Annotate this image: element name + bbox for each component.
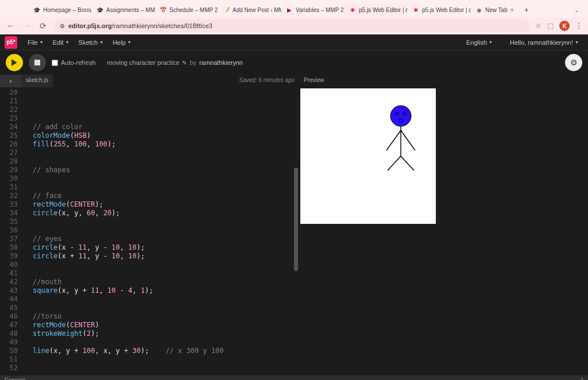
stick-figure-drawing: [300, 88, 436, 224]
code-content[interactable]: // add color colorMode(HSB) fill(255, 10…: [21, 87, 299, 375]
favicon-icon: ✱: [412, 6, 419, 13]
browser-tab[interactable]: ◉New Tab×: [471, 4, 521, 15]
url-path: /ramnathkierynn/sketches/01BftIce3: [112, 22, 212, 29]
url-host: editor.p5js.org: [68, 22, 112, 29]
editor-menubar: p5* File▼ Edit▼ Sketch▼ Help▼ English▼ H…: [0, 34, 588, 51]
p5-logo[interactable]: p5*: [5, 36, 17, 49]
author-by: by: [189, 59, 196, 66]
favicon-icon: 🎓: [96, 6, 103, 13]
caret-down-icon: ▼: [489, 40, 493, 44]
caret-down-icon: ▼: [40, 40, 44, 44]
browser-navbar: ← → ⟳ ⚙ editor.p5js.org/ramnathkierynn/s…: [0, 17, 588, 34]
play-button[interactable]: [6, 54, 23, 71]
console-label: Console: [5, 377, 26, 380]
user-greeting[interactable]: Hello, ramnathkierynn!▼: [505, 39, 583, 46]
favicon-icon: ◉: [475, 6, 482, 13]
menu-icon[interactable]: ⋮: [575, 22, 582, 30]
browser-tab[interactable]: 📝Add New Post ‹ MMP×: [218, 4, 281, 15]
browser-tab[interactable]: ✱p5.js Web Editor | ch×: [408, 4, 471, 15]
star-icon[interactable]: ☆: [535, 22, 541, 30]
console-bar[interactable]: Console ˄: [0, 375, 588, 380]
gear-icon: ⚙: [570, 58, 578, 67]
tab-label: p5.js Web Editor | m: [359, 7, 408, 13]
file-tab[interactable]: sketch.js: [21, 75, 53, 87]
reload-button[interactable]: ⟳: [38, 21, 48, 31]
favicon-icon: ▶: [286, 6, 293, 13]
svg-point-5: [390, 106, 411, 126]
code-editor[interactable]: 20 21 22 23 24 25 26 27 28 29 30 31 32 3…: [0, 87, 299, 375]
caret-down-icon: ▼: [575, 40, 579, 44]
edit-icon[interactable]: ✎: [182, 60, 187, 66]
tab-label: Variables – MMP 210: [296, 7, 345, 13]
chevron-up-icon[interactable]: ˄: [581, 377, 583, 380]
caret-down-icon: ▼: [65, 40, 69, 44]
favicon-icon: 📅: [160, 6, 167, 13]
browser-chrome: 🎓Homepage – Boroug× 🎓Assignments – MMP× …: [0, 0, 588, 34]
new-tab-button[interactable]: +: [521, 4, 532, 15]
tab-label: p5.js Web Editor | ch: [422, 7, 471, 13]
author-name: ramnathkierynn: [199, 59, 243, 66]
address-bar[interactable]: ⚙ editor.p5js.org/ramnathkierynn/sketche…: [54, 20, 529, 32]
caret-down-icon: ▼: [127, 40, 131, 44]
browser-tab[interactable]: 📅Schedule – MMP 210×: [155, 4, 218, 15]
browser-tab[interactable]: 🎓Assignments – MMP×: [92, 4, 155, 15]
browser-tab[interactable]: 🎓Homepage – Boroug×: [29, 4, 92, 15]
close-icon[interactable]: ×: [510, 7, 516, 13]
caret-down-icon: ▼: [99, 40, 103, 44]
menu-edit[interactable]: Edit▼: [48, 39, 74, 46]
tab-label: Assignments – MMP: [106, 7, 155, 13]
menu-file[interactable]: File▼: [23, 39, 48, 46]
browser-actions: ☆ ⬚ K ⋮: [535, 21, 582, 31]
profile-avatar[interactable]: K: [559, 21, 570, 31]
line-gutter: 20 21 22 23 24 25 26 27 28 29 30 31 32 3…: [0, 87, 21, 375]
tab-label: New Tab: [485, 7, 508, 13]
saved-status: Saved: 6 minutes ago: [234, 75, 299, 87]
autorefresh-toggle[interactable]: Auto-refresh: [52, 59, 96, 66]
site-info-icon[interactable]: ⚙: [60, 23, 65, 29]
menu-help[interactable]: Help▼: [108, 39, 136, 46]
checkbox-icon[interactable]: [52, 60, 58, 66]
tab-label: Add New Post ‹ MMP: [233, 7, 281, 13]
svg-line-1: [386, 130, 401, 150]
panel-header-row: › sketch.js Saved: 6 minutes ago Preview: [0, 75, 588, 87]
autorefresh-label: Auto-refresh: [61, 59, 96, 66]
svg-line-3: [388, 156, 401, 170]
sketch-title[interactable]: moving character practice ✎ by ramnathki…: [107, 59, 243, 66]
tabs-overflow-icon[interactable]: ⌄: [570, 6, 583, 14]
tab-label: Schedule – MMP 210: [169, 7, 218, 13]
language-selector[interactable]: English▼: [462, 39, 497, 46]
preview-header: Preview: [299, 75, 588, 87]
tab-label: Homepage – Boroug: [43, 7, 92, 13]
browser-tabs: 🎓Homepage – Boroug× 🎓Assignments – MMP× …: [0, 0, 588, 17]
settings-button[interactable]: ⚙: [565, 54, 582, 71]
editor-toolbar: Auto-refresh moving character practice ✎…: [0, 51, 588, 75]
chevron-right-icon: ›: [10, 77, 12, 84]
sidebar-toggle[interactable]: ›: [0, 75, 21, 87]
svg-line-4: [401, 156, 414, 170]
favicon-icon: 🎓: [33, 6, 40, 13]
favicon-icon: 📝: [223, 6, 230, 13]
extensions-icon[interactable]: ⬚: [547, 22, 554, 30]
play-icon: [11, 59, 18, 66]
stop-button[interactable]: [29, 54, 46, 71]
favicon-icon: ✱: [349, 6, 356, 13]
main-split: 20 21 22 23 24 25 26 27 28 29 30 31 32 3…: [0, 87, 588, 375]
stop-icon: [34, 60, 40, 65]
browser-tab-active[interactable]: ✱p5.js Web Editor | m×: [345, 4, 408, 15]
forward-button[interactable]: →: [22, 21, 32, 31]
back-button[interactable]: ←: [6, 21, 16, 31]
scrollbar-thumb[interactable]: [294, 168, 298, 271]
preview-pane: [299, 87, 588, 375]
sketch-canvas[interactable]: [300, 88, 436, 224]
browser-tab[interactable]: ▶Variables – MMP 210×: [281, 4, 345, 15]
menu-sketch[interactable]: Sketch▼: [74, 39, 109, 46]
svg-line-2: [401, 130, 415, 150]
